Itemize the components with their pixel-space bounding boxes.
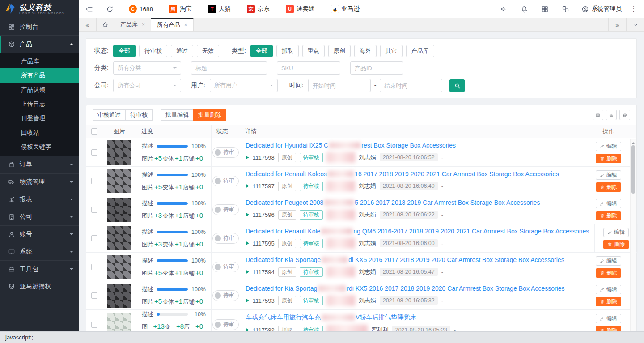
end-time-input[interactable] — [380, 79, 442, 92]
sidebar-item-9[interactable]: 工具包 — [0, 260, 79, 278]
cols-button[interactable] — [593, 110, 603, 120]
type-chips-3[interactable]: 重点 — [302, 45, 325, 57]
more-menu-icon[interactable]: ⋮ — [627, 5, 640, 13]
set-pending-button[interactable]: 待审核 — [125, 109, 153, 121]
edit-button[interactable]: 编辑 — [596, 285, 621, 294]
sku-input[interactable] — [277, 61, 340, 75]
status-toggle[interactable]: 待审 — [212, 233, 239, 244]
sidebar-subitem-2[interactable]: 所有产品 — [0, 68, 79, 83]
edit-button[interactable]: 编辑 — [596, 256, 621, 266]
table-scrollbar[interactable] — [630, 139, 636, 341]
status-chips-3[interactable]: 通过 — [171, 45, 193, 57]
print-button[interactable] — [619, 110, 630, 120]
marketplace-link-5[interactable]: U速卖通 — [286, 5, 315, 13]
status-toggle[interactable]: 待审 — [212, 262, 239, 272]
row-checkbox[interactable] — [91, 235, 97, 241]
sidebar-item-10[interactable]: 亚马逊授权 — [0, 278, 79, 295]
tabs-scroll-left-icon[interactable]: « — [79, 18, 97, 31]
product-image[interactable] — [107, 198, 131, 222]
batch-delete-button[interactable]: 批量删除 — [193, 109, 226, 121]
marketplace-link-6[interactable]: a亚马逊 — [331, 5, 360, 13]
refresh-button[interactable] — [99, 0, 120, 18]
title-input[interactable] — [191, 61, 267, 75]
row-checkbox[interactable] — [91, 264, 97, 270]
row-checkbox[interactable] — [91, 207, 97, 213]
scroll-up-icon[interactable] — [632, 141, 635, 144]
edit-button[interactable]: 编辑 — [596, 170, 621, 180]
status-chips-4[interactable]: 无效 — [197, 45, 219, 57]
delete-button[interactable]: 删除 — [596, 182, 621, 192]
delete-button[interactable]: 删除 — [596, 211, 621, 220]
marketplace-link-1[interactable]: C1688 — [129, 5, 153, 13]
product-title-link[interactable]: 车载充气床车用旅行汽车充V轿车后排气垫睡觉床 — [246, 313, 416, 322]
tabs-scroll-right-icon[interactable]: » — [608, 18, 626, 31]
sidebar-item-4[interactable]: 物流管理 — [0, 173, 79, 191]
status-toggle[interactable]: 待审 — [212, 319, 239, 330]
user-select[interactable]: 所有用户 — [210, 79, 278, 92]
type-chips-6[interactable]: 其它 — [380, 45, 402, 57]
sidebar-subitem-5[interactable]: 刊登管理 — [0, 111, 79, 126]
speaker-button[interactable] — [494, 0, 514, 18]
product-title-link[interactable]: Dedicated for Kia Sportagedi KX5 2016 20… — [246, 256, 564, 263]
edit-button[interactable]: 编辑 — [596, 199, 621, 208]
tab-2[interactable]: 所有产品× — [151, 18, 194, 31]
sidebar-item-1[interactable]: 控制台 — [0, 18, 79, 35]
close-icon[interactable]: × — [142, 21, 145, 28]
company-select[interactable]: 所有公司 — [113, 79, 181, 92]
product-image[interactable] — [107, 140, 131, 165]
marketplace-link-2[interactable]: 淘淘宝 — [169, 5, 192, 13]
product-title-link[interactable]: Dedicated for Peugeot 20085 2016 2017 20… — [246, 199, 540, 206]
approve-button[interactable]: 审核通过 — [93, 109, 126, 121]
sidebar-subitem-3[interactable]: 产品认领 — [0, 83, 79, 97]
sidebar-subitem-7[interactable]: 侵权关键字 — [0, 140, 79, 154]
org-button[interactable] — [555, 0, 576, 18]
select-all-checkbox[interactable] — [91, 128, 97, 135]
sidebar-subitem-1[interactable]: 产品库 — [0, 54, 79, 68]
row-checkbox[interactable] — [91, 149, 97, 156]
apps-button[interactable] — [535, 0, 555, 18]
status-toggle[interactable]: 待审 — [212, 147, 239, 158]
sidebar-subitem-6[interactable]: 回收站 — [0, 126, 79, 140]
marketplace-link-3[interactable]: T天猫 — [208, 5, 231, 13]
row-checkbox[interactable] — [91, 292, 97, 299]
product-image[interactable] — [107, 226, 131, 250]
type-chips-5[interactable]: 海外 — [354, 45, 377, 57]
sidebar-item-8[interactable]: 系统 — [0, 243, 79, 260]
type-chips-4[interactable]: 原创 — [328, 45, 351, 57]
tabs-menu-icon[interactable] — [626, 18, 644, 31]
product-image[interactable] — [107, 255, 131, 279]
export-button[interactable] — [606, 110, 617, 120]
bell-button[interactable] — [514, 0, 535, 18]
product-title-link[interactable]: Dedicated for Hyundai IX25 Crest Box Sto… — [246, 142, 456, 149]
sidebar-item-7[interactable]: 账号 — [0, 225, 79, 243]
sidebar-item-6[interactable]: 公司 — [0, 208, 79, 225]
scrollbar-thumb[interactable] — [631, 145, 635, 194]
start-time-input[interactable] — [308, 79, 371, 92]
category-select[interactable]: 所有分类 — [113, 61, 181, 75]
close-icon[interactable]: × — [184, 22, 187, 28]
home-tab[interactable] — [97, 18, 114, 31]
delete-button[interactable]: 删除 — [596, 297, 621, 306]
collapse-button[interactable] — [79, 0, 99, 18]
status-toggle[interactable]: 待审 — [212, 204, 239, 215]
type-chips-7[interactable]: 产品库 — [406, 45, 434, 57]
product-title-link[interactable]: Dedicated for Renault Koleos16 2017 2018… — [246, 170, 559, 178]
status-toggle[interactable]: 待审 — [212, 176, 239, 186]
product-image[interactable] — [107, 284, 131, 308]
sidebar-item-2[interactable]: 产品 — [0, 35, 79, 53]
type-chips-1[interactable]: 全部 — [250, 45, 273, 57]
product-image[interactable] — [107, 169, 131, 193]
sidebar-item-3[interactable]: 订单 — [0, 156, 79, 173]
product-id-input[interactable] — [350, 61, 403, 75]
user-menu[interactable]: 系统管理员 — [577, 5, 627, 13]
edit-button[interactable]: 编辑 — [596, 142, 621, 151]
type-chips-2[interactable]: 抓取 — [276, 45, 299, 57]
delete-button[interactable]: 删除 — [596, 268, 621, 278]
marketplace-link-4[interactable]: 京京东 — [247, 5, 270, 13]
row-checkbox[interactable] — [91, 322, 97, 328]
edit-button[interactable]: 编辑 — [596, 314, 621, 323]
sidebar-subitem-4[interactable]: 上传日志 — [0, 97, 79, 111]
tab-1[interactable]: 产品库× — [114, 18, 151, 31]
status-toggle[interactable]: 待审 — [212, 290, 239, 301]
batch-edit-button[interactable]: 批量编辑 — [161, 109, 194, 121]
